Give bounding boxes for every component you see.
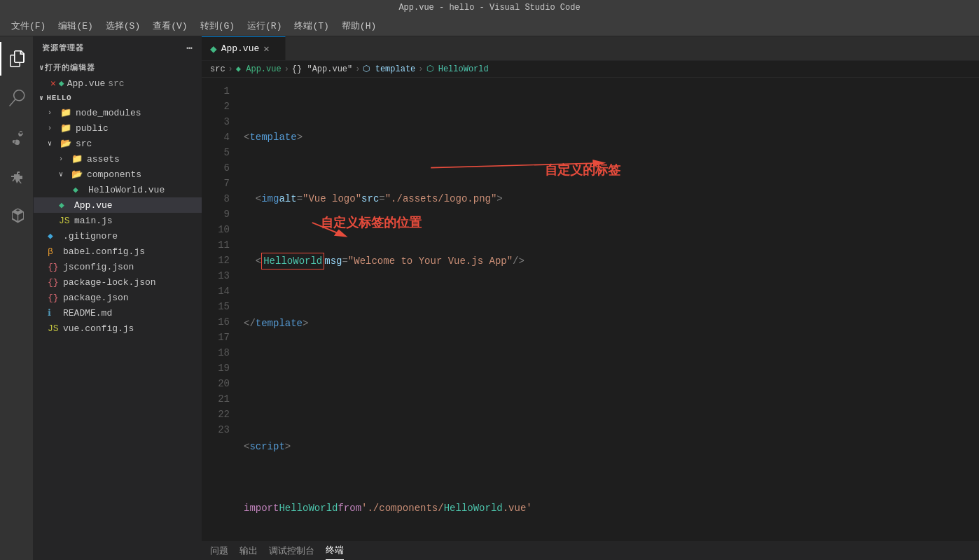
- activity-explorer[interactable]: [0, 42, 34, 76]
- sidebar-item-vue-config[interactable]: JS vue.config.js: [34, 321, 202, 336]
- sidebar-item-helloworld-vue[interactable]: ◆ HelloWorld.vue: [34, 182, 202, 197]
- item-label: public: [76, 123, 109, 134]
- tab-terminal[interactable]: 终端: [326, 541, 344, 560]
- item-label: jsconfig.json: [63, 262, 134, 272]
- code-line-1: <template>: [244, 130, 979, 145]
- menu-goto[interactable]: 转到(G): [195, 17, 240, 35]
- item-label: babel.config.js: [63, 246, 145, 257]
- code-line-2: <img alt="Vue logo" src="./assets/logo.p…: [244, 191, 979, 206]
- activity-scm[interactable]: [0, 120, 34, 154]
- sidebar-item-main-js[interactable]: JS main.js: [34, 213, 202, 228]
- vue-icon: ◆: [59, 200, 71, 211]
- new-file-icon[interactable]: ⋯: [187, 42, 193, 54]
- tab-app-vue[interactable]: ◆ App.vue ✕: [202, 36, 286, 60]
- item-label: .gitignore: [63, 231, 118, 241]
- main-area: 资源管理器 ⋯ ∨ 打开的编辑器 ✕ ◆ App.vue src ∨ HELLO…: [0, 36, 979, 560]
- js-icon: JS: [59, 216, 71, 226]
- menu-view[interactable]: 查看(V): [147, 17, 193, 35]
- sidebar-item-components[interactable]: ∨ 📂 components: [34, 167, 202, 182]
- sidebar-header: 资源管理器 ⋯: [34, 36, 202, 59]
- item-label: main.js: [74, 216, 113, 226]
- breadcrumb-helloworld: ⬡ HelloWorld: [426, 64, 489, 74]
- activity-bar: [0, 36, 34, 560]
- tab-filename: App.vue: [221, 43, 260, 54]
- breadcrumb-template: ⬡ template: [363, 64, 415, 74]
- json-icon: {}: [48, 262, 60, 272]
- item-label: vue.config.js: [63, 323, 134, 334]
- folder-arrow: ›: [59, 155, 70, 163]
- sidebar-item-public[interactable]: › 📁 public: [34, 120, 202, 136]
- item-label: components: [87, 169, 141, 180]
- sidebar-header-icons: ⋯: [187, 42, 193, 54]
- menu-edit[interactable]: 编辑(E): [53, 17, 98, 35]
- tab-close-icon[interactable]: ✕: [263, 43, 269, 55]
- item-label: src: [76, 139, 92, 149]
- code-line-5: [244, 377, 979, 393]
- git-icon: ◆: [48, 230, 60, 241]
- breadcrumb-appvue-str: {} "App.vue": [292, 64, 352, 74]
- tab-bar: ◆ App.vue ✕: [202, 36, 979, 61]
- open-editors-arrow: ∨: [39, 63, 45, 72]
- tab-debug-console[interactable]: 调试控制台: [269, 542, 314, 560]
- open-file-name: App.vue: [67, 78, 106, 89]
- item-label: App.vue: [74, 200, 113, 211]
- sidebar-item-babel[interactable]: β babel.config.js: [34, 244, 202, 259]
- json-icon: {}: [48, 293, 60, 303]
- babel-icon: β: [48, 246, 60, 257]
- item-label: README.md: [63, 308, 112, 318]
- menu-select[interactable]: 选择(S): [100, 17, 146, 35]
- folder-icon: 📁: [60, 107, 73, 118]
- folder-arrow: ›: [48, 109, 59, 117]
- vue-tab-icon: ◆: [210, 42, 217, 56]
- item-label: package.json: [63, 293, 129, 303]
- sidebar-item-package-lock[interactable]: {} package-lock.json: [34, 274, 202, 290]
- menu-terminal[interactable]: 终端(T): [289, 17, 334, 35]
- activity-debug[interactable]: [0, 160, 34, 193]
- code-line-4: </template>: [244, 316, 979, 331]
- folder-arrow: ›: [48, 125, 59, 132]
- folder-arrow: ∨: [59, 170, 70, 178]
- code-content: <template> <img alt="Vue logo" src="./as…: [238, 78, 979, 540]
- code-line-6: <script>: [244, 439, 979, 454]
- folder-icon: 📂: [71, 169, 84, 180]
- sidebar-item-assets[interactable]: › 📁 assets: [34, 151, 202, 167]
- sidebar-item-node_modules[interactable]: › 📁 node_modules: [34, 105, 202, 120]
- item-label: node_modules: [76, 108, 141, 118]
- sidebar-title: 资源管理器: [42, 43, 84, 53]
- folder-icon: 📁: [71, 153, 84, 164]
- line-numbers: 1 2 3 4 5 6 7 8 9 10 11 12 13 14 15 16 1: [202, 78, 238, 540]
- sidebar-item-package[interactable]: {} package.json: [34, 290, 202, 305]
- breadcrumb: src › ◆ App.vue › {} "App.vue" › ⬡ templ…: [202, 61, 979, 78]
- close-file-icon[interactable]: ✕: [50, 78, 56, 89]
- bottom-panel-tabs: 问题 输出 调试控制台 终端: [202, 540, 979, 560]
- activity-extensions[interactable]: [0, 199, 34, 232]
- js-icon: JS: [48, 323, 60, 334]
- activity-search[interactable]: [0, 81, 34, 115]
- open-file-item[interactable]: ✕ ◆ App.vue src: [34, 76, 202, 91]
- menu-file[interactable]: 文件(F): [6, 17, 51, 35]
- breadcrumb-src: src: [210, 64, 225, 74]
- vue-file-icon: ◆: [59, 78, 64, 89]
- sidebar-item-jsconfig[interactable]: {} jsconfig.json: [34, 259, 202, 274]
- editor-area: ◆ App.vue ✕ src › ◆ App.vue › {} "App.vu…: [202, 36, 979, 560]
- sidebar-item-gitignore[interactable]: ◆ .gitignore: [34, 228, 202, 244]
- menu-help[interactable]: 帮助(H): [336, 17, 382, 35]
- open-file-src: src: [108, 78, 124, 89]
- folder-icon: 📁: [60, 122, 73, 134]
- code-editor[interactable]: 1 2 3 4 5 6 7 8 9 10 11 12 13 14 15 16 1: [202, 78, 979, 540]
- menu-run[interactable]: 运行(R): [242, 17, 287, 35]
- sidebar-item-src[interactable]: ∨ 📂 src: [34, 136, 202, 151]
- hello-section[interactable]: ∨ HELLO: [34, 91, 202, 105]
- hello-section-label: HELLO: [47, 94, 72, 102]
- folder-arrow: ∨: [48, 139, 59, 148]
- tab-output[interactable]: 输出: [239, 542, 258, 560]
- open-editors-section[interactable]: ∨ 打开的编辑器: [34, 59, 202, 76]
- code-line-3: <HelloWorld msg="Welcome to Your Vue.js …: [244, 253, 979, 270]
- sidebar-item-readme[interactable]: ℹ README.md: [34, 305, 202, 321]
- sidebar-item-app-vue[interactable]: ◆ App.vue: [34, 197, 202, 213]
- folder-icon: 📂: [60, 138, 73, 149]
- hello-section-arrow: ∨: [39, 94, 44, 102]
- tab-problems[interactable]: 问题: [210, 542, 228, 560]
- titlebar-text: App.vue - hello - Visual Studio Code: [398, 3, 580, 13]
- item-label: HelloWorld.vue: [88, 185, 165, 195]
